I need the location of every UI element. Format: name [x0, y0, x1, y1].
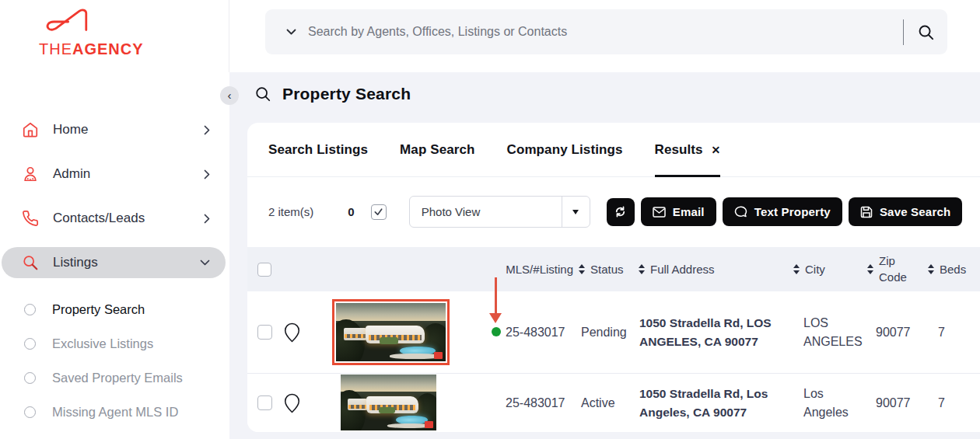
home-icon	[22, 121, 39, 138]
listing-photo[interactable]	[341, 375, 436, 430]
chevron-right-icon	[204, 125, 210, 135]
sidebar: Home Admin Contacts/Leads	[0, 72, 229, 439]
submenu-item-missing-agent-mls-id[interactable]: Missing Agent MLS ID	[24, 405, 229, 420]
tab-results[interactable]: Results ✕	[655, 123, 721, 176]
agency-logo-text: THEAGENCY	[39, 40, 171, 58]
listings-submenu: Property Search Exclusive Listings Saved…	[0, 291, 229, 420]
search-icon	[254, 85, 271, 103]
radio-circle-icon	[24, 406, 36, 418]
column-label: MLS/#Listing	[506, 263, 573, 276]
close-icon[interactable]: ✕	[712, 144, 721, 156]
email-button[interactable]: Email	[641, 197, 716, 226]
sidebar-collapse-button[interactable]: ‹	[220, 86, 239, 105]
text-property-button-label: Text Property	[754, 205, 831, 218]
column-header-mls-listing[interactable]: MLS/#Listing	[477, 247, 573, 291]
header-select-all-checkbox[interactable]	[257, 263, 271, 277]
cell-city: LOS ANGELES	[803, 291, 869, 373]
cell-mls[interactable]: 25-483017	[506, 374, 565, 432]
tab-label: Results	[655, 142, 703, 158]
search-divider	[903, 19, 904, 45]
tab-search-listings[interactable]: Search Listings	[268, 123, 368, 176]
column-header-city[interactable]: City	[793, 247, 825, 291]
caret-down-icon	[572, 210, 579, 214]
global-search-bar[interactable]	[265, 9, 947, 54]
sidebar-item-listings[interactable]: Listings	[2, 247, 226, 278]
column-label: City	[805, 263, 825, 276]
table-header: MLS/#Listing Status Full Address City Zi…	[247, 247, 980, 291]
column-label: Zip Code	[879, 253, 912, 285]
search-icon[interactable]	[917, 23, 935, 41]
view-mode-select[interactable]: Photo View	[409, 196, 590, 228]
checkmark-icon	[373, 207, 383, 217]
chevron-down-icon	[200, 260, 210, 266]
annotation-arrow-head	[489, 313, 502, 323]
chevron-right-icon	[204, 169, 210, 179]
cell-beds: 7	[938, 291, 945, 373]
annotation-highlight-box	[332, 299, 450, 365]
tab-map-search[interactable]: Map Search	[400, 123, 474, 176]
sidebar-item-contacts-leads[interactable]: Contacts/Leads	[2, 203, 226, 234]
submenu-item-label: Exclusive Listings	[52, 336, 153, 351]
email-button-label: Email	[673, 205, 705, 218]
global-search-input[interactable]	[308, 25, 903, 39]
sort-icon[interactable]	[579, 264, 585, 274]
view-mode-value: Photo View	[410, 205, 562, 218]
tab-bar: Search Listings Map Search Company Listi…	[247, 123, 980, 177]
sidebar-item-label: Contacts/Leads	[53, 211, 145, 226]
sidebar-item-label: Home	[53, 122, 88, 138]
row-checkbox[interactable]	[257, 395, 272, 410]
tab-label: Map Search	[400, 142, 474, 158]
chat-bubble-icon	[734, 206, 747, 218]
save-search-button[interactable]: Save Search	[849, 197, 962, 226]
selected-count: 0	[348, 205, 354, 218]
cell-beds: 7	[938, 374, 945, 432]
submenu-item-saved-property-emails[interactable]: Saved Property Emails	[24, 371, 229, 385]
sidebar-item-label: Listings	[53, 255, 98, 270]
sort-icon[interactable]	[867, 264, 873, 274]
sort-icon[interactable]	[928, 264, 934, 274]
column-label: Beds	[940, 263, 966, 276]
chevron-down-icon[interactable]	[286, 29, 296, 35]
items-count: 2 item(s)	[268, 205, 313, 218]
photo-watermark	[425, 421, 433, 428]
logo-the: THE	[39, 40, 72, 57]
submenu-item-label: Property Search	[52, 302, 145, 317]
sort-icon[interactable]	[639, 264, 645, 274]
refresh-icon	[614, 205, 627, 218]
tab-label: Company Listings	[507, 142, 623, 158]
sidebar-item-home[interactable]: Home	[2, 114, 226, 145]
cell-full-address[interactable]: 1050 Stradella Rd, Los Angeles, CA 90077	[639, 374, 779, 432]
logo-agency: AGENCY	[72, 40, 144, 57]
phone-icon	[22, 210, 39, 227]
table-row-2[interactable]: 25-483017 Active 1050 Stradella Rd, Los …	[247, 373, 980, 432]
envelope-icon	[653, 207, 666, 218]
column-header-zip-code[interactable]: Zip Code	[867, 247, 912, 291]
map-pin-icon[interactable]	[284, 322, 300, 343]
column-header-beds[interactable]: Beds	[928, 247, 966, 291]
select-all-checkbox[interactable]	[371, 204, 387, 220]
agency-logo[interactable]: THEAGENCY	[39, 5, 171, 58]
refresh-button[interactable]	[607, 198, 635, 226]
save-icon	[860, 206, 873, 218]
cell-mls[interactable]: 25-483017	[506, 291, 565, 373]
table-row-1[interactable]: 25-483017 Pending 1050 Stradella Rd, LOS…	[247, 291, 980, 373]
tab-company-listings[interactable]: Company Listings	[507, 123, 623, 176]
cell-status: Pending	[581, 291, 627, 373]
sort-icon[interactable]	[793, 264, 800, 274]
map-pin-icon[interactable]	[284, 393, 300, 413]
submenu-item-exclusive-listings[interactable]: Exclusive Listings	[24, 336, 229, 351]
submenu-item-property-search[interactable]: Property Search	[24, 302, 229, 317]
text-property-button[interactable]: Text Property	[723, 197, 842, 226]
select-caret-button[interactable]	[562, 197, 590, 227]
cell-full-address[interactable]: 1050 Stradella Rd, LOS ANGELES, CA 90077	[639, 291, 779, 373]
logo-section: THEAGENCY	[0, 0, 229, 72]
sidebar-item-admin[interactable]: Admin	[2, 159, 226, 190]
admin-user-icon	[22, 165, 39, 183]
column-header-full-address[interactable]: Full Address	[639, 247, 715, 291]
row-checkbox[interactable]	[257, 325, 272, 340]
column-label: Status	[590, 263, 624, 276]
cell-zip: 90077	[876, 374, 911, 432]
photo-guest-house	[348, 399, 368, 410]
column-header-status[interactable]: Status	[579, 247, 624, 291]
radio-circle-icon	[24, 372, 36, 384]
